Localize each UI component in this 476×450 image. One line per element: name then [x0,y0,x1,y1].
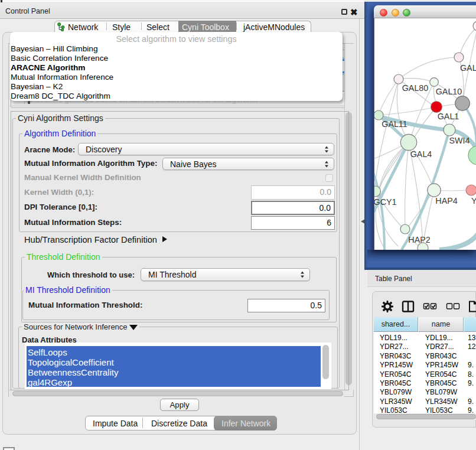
svg-text:GAL10: GAL10 [436,87,462,96]
svg-text:YM: YM [471,196,476,206]
svg-text:GAL7: GAL7 [460,63,476,73]
svg-text:GCY1: GCY1 [374,197,397,207]
svg-text:GAL11: GAL11 [382,119,407,129]
svg-text:GAL1: GAL1 [438,112,459,121]
svg-text:GAL4: GAL4 [410,149,432,159]
svg-text:HAP4: HAP4 [435,196,457,206]
svg-text:SWI4: SWI4 [449,136,470,145]
svg-text:HAP2: HAP2 [408,235,430,244]
svg-text:GAL80: GAL80 [402,83,429,93]
